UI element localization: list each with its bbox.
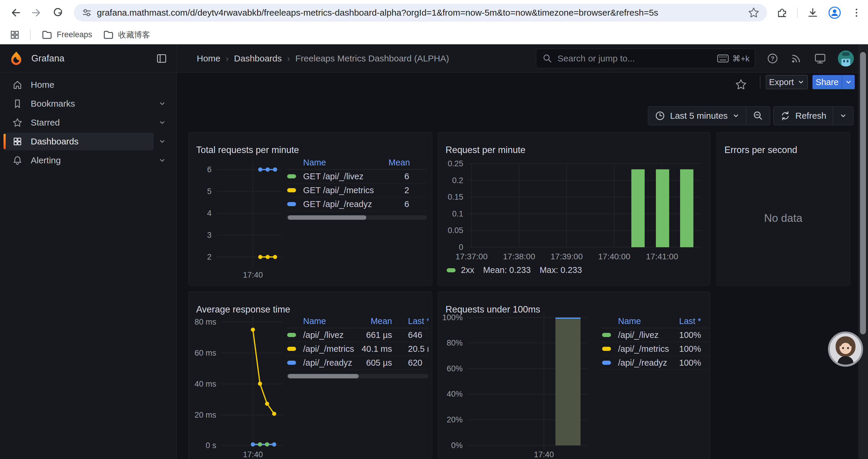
legend-series-name[interactable]: /api/_/readyz	[601, 358, 674, 368]
legend-series-name[interactable]: /api/_/livez	[286, 330, 351, 340]
legend-series-name[interactable]: /api/_/livez	[601, 330, 674, 340]
grafana-header-right: Search or jump to... ⌘+k ?	[536, 44, 854, 73]
legend-value: 620	[408, 358, 428, 368]
sidebar-item-starred[interactable]: Starred	[0, 113, 176, 132]
sidebar-item-bookmarks[interactable]: Bookmarks	[0, 94, 176, 113]
download-icon[interactable]	[807, 6, 819, 19]
grafana-logo[interactable]	[9, 51, 24, 66]
chevron-down-icon[interactable]	[158, 137, 166, 145]
scrollbar-thumb[interactable]	[860, 52, 866, 334]
rss-icon	[790, 52, 802, 65]
news-button[interactable]	[790, 52, 802, 65]
chevron-down-icon[interactable]	[158, 100, 166, 108]
bell-icon	[12, 155, 23, 166]
sidebar-item-alerting[interactable]: Alerting	[0, 151, 176, 170]
browser-window: grafana.mathmast.com/d/deytv4rwavabkb/fr…	[0, 0, 868, 459]
panel-title[interactable]: Errors per second	[724, 145, 797, 155]
help-button[interactable]: ?	[766, 52, 779, 65]
legend-column[interactable]: Mean	[351, 316, 392, 326]
legend-column[interactable]: Mean	[389, 158, 427, 167]
share-menu-button[interactable]	[842, 75, 855, 89]
bookmark-star-icon[interactable]	[747, 6, 760, 19]
bookmark-label: 收藏博客	[118, 30, 150, 40]
menu-kebab-icon[interactable]	[850, 6, 863, 19]
refresh-interval-button[interactable]	[833, 107, 853, 125]
display-button[interactable]	[814, 52, 827, 65]
chevron-down-icon[interactable]	[158, 119, 166, 127]
assistant-avatar[interactable]	[828, 331, 863, 367]
back-button[interactable]	[8, 6, 23, 20]
svg-text:17:40: 17:40	[534, 450, 554, 459]
legend-series-name[interactable]: GET /api/_/metrics	[286, 186, 389, 195]
series-color-pill	[602, 361, 611, 365]
refresh-label: Refresh	[795, 111, 826, 121]
zoom-out-button[interactable]	[746, 107, 770, 125]
legend-table: NameMeanGET /api/_/livez6GET /api/_/metr…	[286, 156, 427, 220]
svg-text:0.25: 0.25	[447, 159, 463, 168]
sidebar: Home Bookmarks Starred Dashboards Alerti…	[0, 73, 177, 459]
sidebar-item-dashboards[interactable]: Dashboards	[0, 132, 176, 151]
legend-series-name[interactable]: GET /api/_/readyz	[286, 199, 389, 209]
legend-column[interactable]: Last *	[674, 316, 709, 326]
panel-request-per-minute: Request per minute 0.250.20.150.10.05017…	[438, 132, 710, 286]
share-button[interactable]: Share	[812, 75, 842, 89]
legend-series-name[interactable]: 2xx	[461, 265, 474, 275]
back-icon	[9, 6, 22, 19]
legend-header: NameMean	[286, 156, 427, 169]
user-avatar[interactable]	[838, 51, 854, 66]
monitor-icon	[814, 52, 827, 65]
legend-series-name[interactable]: /api/_/metrics	[286, 344, 351, 354]
site-settings-icon[interactable]	[81, 7, 93, 19]
legend-header: NameMeanLast *	[286, 314, 428, 328]
legend-row: GET /api/_/metrics2	[286, 184, 427, 197]
forward-button[interactable]	[30, 6, 44, 20]
legend-value: 605 µs	[351, 358, 392, 368]
profile-icon[interactable]	[828, 6, 841, 20]
export-button[interactable]: Export	[766, 75, 808, 89]
svg-text:0 s: 0 s	[206, 441, 216, 450]
url-text: grafana.mathmast.com/d/deytv4rwavabkb/fr…	[97, 8, 744, 18]
legend-scrollbar[interactable]	[286, 215, 427, 220]
chevron-down-icon[interactable]	[158, 156, 166, 165]
breadcrumb-dashboards[interactable]: Dashboards	[234, 54, 282, 64]
svg-text:17:38:00: 17:38:00	[503, 252, 535, 261]
reload-button[interactable]	[51, 6, 65, 20]
svg-text:0.2: 0.2	[452, 176, 463, 185]
svg-text:0.05: 0.05	[447, 226, 463, 235]
legend-value: 646	[408, 330, 428, 340]
legend-series-name[interactable]: /api/_/metrics	[601, 344, 674, 354]
legend-row: /api/_/livez100%	[601, 328, 709, 342]
sidebar-item-home[interactable]: Home	[0, 75, 176, 94]
time-range-button[interactable]: Last 5 minutes	[648, 107, 746, 125]
url-bar[interactable]: grafana.mathmast.com/d/deytv4rwavabkb/fr…	[74, 4, 767, 22]
bookmarks-bar: Freeleaps 收藏博客	[0, 25, 868, 44]
search-input[interactable]: Search or jump to... ⌘+k	[536, 49, 755, 68]
extensions-icon[interactable]	[776, 6, 788, 19]
legend-value: 100%	[674, 330, 709, 340]
zoom-out-icon	[753, 110, 764, 121]
svg-text:6: 6	[207, 165, 212, 174]
breadcrumb-home[interactable]: Home	[197, 54, 220, 64]
legend-row: /api/_/readyz605 µs620	[286, 356, 428, 370]
bookmark-folder-blogs[interactable]: 收藏博客	[103, 29, 150, 40]
bookmark-folder-freeleaps[interactable]: Freeleaps	[41, 29, 92, 40]
page-scrollbar[interactable]	[858, 44, 868, 459]
legend-series-name[interactable]: /api/_/readyz	[286, 358, 351, 368]
series-color-pill	[287, 202, 296, 206]
legend-table: NameMeanLast */api/_/livez661 µs646/api/…	[286, 314, 428, 379]
legend-series-name[interactable]: GET /api/_/livez	[286, 172, 389, 182]
series-color-pill	[287, 333, 296, 337]
keyboard-icon	[717, 54, 729, 63]
apps-grid-icon[interactable]	[9, 29, 21, 41]
favorite-dashboard-button[interactable]	[735, 78, 747, 91]
legend-column[interactable]: Last *	[408, 316, 428, 326]
breadcrumb-separator: ›	[287, 54, 290, 64]
svg-text:80 ms: 80 ms	[194, 318, 216, 326]
search-shortcut: ⌘+k	[717, 54, 749, 64]
bookmark-label: Freeleaps	[57, 30, 92, 39]
refresh-button[interactable]: Refresh	[773, 107, 833, 125]
breadcrumb-separator: ›	[226, 54, 229, 64]
legend-scrollbar[interactable]	[286, 374, 428, 379]
legend-value: 100%	[674, 358, 709, 368]
dock-sidebar-icon[interactable]	[155, 52, 168, 65]
